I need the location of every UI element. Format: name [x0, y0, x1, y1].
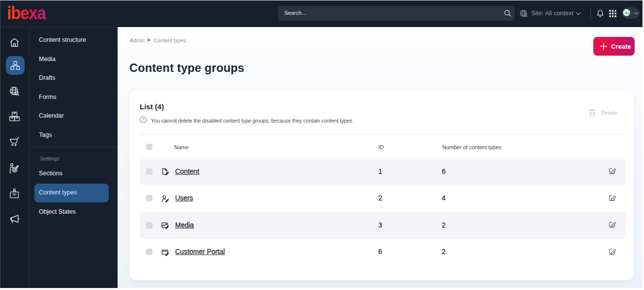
svg-text:ibexa: ibexa	[8, 5, 46, 22]
svg-text:?: ?	[142, 117, 145, 122]
